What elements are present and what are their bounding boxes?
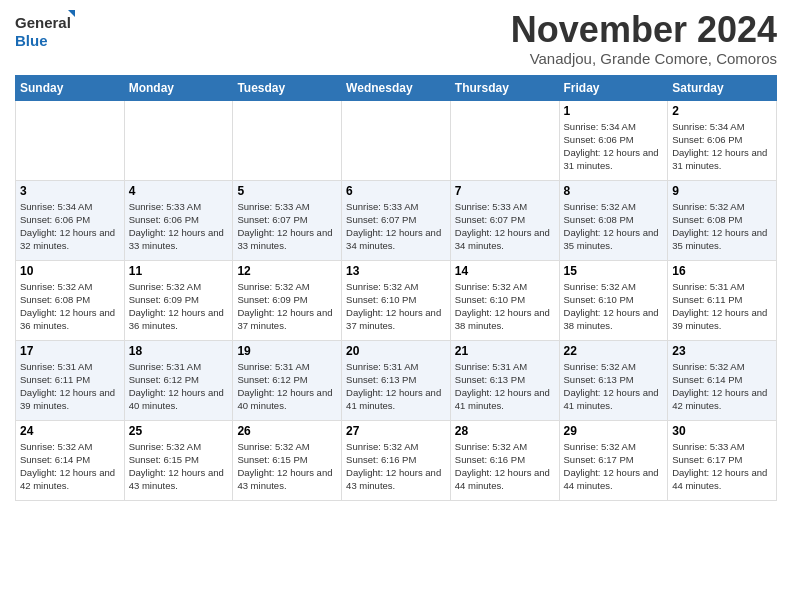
day-number: 9 xyxy=(672,184,772,198)
day-header-wednesday: Wednesday xyxy=(342,75,451,100)
calendar-cell: 14Sunrise: 5:32 AMSunset: 6:10 PMDayligh… xyxy=(450,260,559,340)
svg-text:Blue: Blue xyxy=(15,32,48,49)
day-number: 16 xyxy=(672,264,772,278)
day-header-sunday: Sunday xyxy=(16,75,125,100)
day-number: 14 xyxy=(455,264,555,278)
day-info: Sunrise: 5:32 AMSunset: 6:10 PMDaylight:… xyxy=(455,280,555,333)
calendar-cell xyxy=(233,100,342,180)
month-title: November 2024 xyxy=(511,10,777,50)
day-info: Sunrise: 5:32 AMSunset: 6:08 PMDaylight:… xyxy=(20,280,120,333)
calendar-cell: 8Sunrise: 5:32 AMSunset: 6:08 PMDaylight… xyxy=(559,180,668,260)
day-info: Sunrise: 5:33 AMSunset: 6:17 PMDaylight:… xyxy=(672,440,772,493)
calendar-cell: 18Sunrise: 5:31 AMSunset: 6:12 PMDayligh… xyxy=(124,340,233,420)
day-info: Sunrise: 5:32 AMSunset: 6:09 PMDaylight:… xyxy=(129,280,229,333)
day-number: 22 xyxy=(564,344,664,358)
calendar-cell: 15Sunrise: 5:32 AMSunset: 6:10 PMDayligh… xyxy=(559,260,668,340)
calendar-cell: 17Sunrise: 5:31 AMSunset: 6:11 PMDayligh… xyxy=(16,340,125,420)
day-info: Sunrise: 5:32 AMSunset: 6:10 PMDaylight:… xyxy=(564,280,664,333)
day-number: 13 xyxy=(346,264,446,278)
day-info: Sunrise: 5:32 AMSunset: 6:10 PMDaylight:… xyxy=(346,280,446,333)
calendar-cell xyxy=(342,100,451,180)
calendar-cell: 9Sunrise: 5:32 AMSunset: 6:08 PMDaylight… xyxy=(668,180,777,260)
day-info: Sunrise: 5:33 AMSunset: 6:06 PMDaylight:… xyxy=(129,200,229,253)
day-info: Sunrise: 5:33 AMSunset: 6:07 PMDaylight:… xyxy=(455,200,555,253)
day-number: 4 xyxy=(129,184,229,198)
day-info: Sunrise: 5:31 AMSunset: 6:13 PMDaylight:… xyxy=(346,360,446,413)
calendar-cell: 27Sunrise: 5:32 AMSunset: 6:16 PMDayligh… xyxy=(342,420,451,500)
day-header-friday: Friday xyxy=(559,75,668,100)
day-number: 15 xyxy=(564,264,664,278)
day-header-monday: Monday xyxy=(124,75,233,100)
day-info: Sunrise: 5:32 AMSunset: 6:16 PMDaylight:… xyxy=(346,440,446,493)
calendar-header-row: SundayMondayTuesdayWednesdayThursdayFrid… xyxy=(16,75,777,100)
day-number: 12 xyxy=(237,264,337,278)
day-number: 2 xyxy=(672,104,772,118)
calendar-cell: 1Sunrise: 5:34 AMSunset: 6:06 PMDaylight… xyxy=(559,100,668,180)
calendar-cell xyxy=(124,100,233,180)
day-info: Sunrise: 5:34 AMSunset: 6:06 PMDaylight:… xyxy=(564,120,664,173)
day-info: Sunrise: 5:31 AMSunset: 6:11 PMDaylight:… xyxy=(20,360,120,413)
location-subtitle: Vanadjou, Grande Comore, Comoros xyxy=(511,50,777,67)
calendar-cell: 6Sunrise: 5:33 AMSunset: 6:07 PMDaylight… xyxy=(342,180,451,260)
day-number: 25 xyxy=(129,424,229,438)
day-number: 30 xyxy=(672,424,772,438)
day-header-tuesday: Tuesday xyxy=(233,75,342,100)
day-info: Sunrise: 5:32 AMSunset: 6:15 PMDaylight:… xyxy=(129,440,229,493)
day-info: Sunrise: 5:32 AMSunset: 6:09 PMDaylight:… xyxy=(237,280,337,333)
day-info: Sunrise: 5:32 AMSunset: 6:13 PMDaylight:… xyxy=(564,360,664,413)
day-number: 24 xyxy=(20,424,120,438)
day-info: Sunrise: 5:32 AMSunset: 6:16 PMDaylight:… xyxy=(455,440,555,493)
logo: General Blue xyxy=(15,10,75,54)
calendar-week-row: 24Sunrise: 5:32 AMSunset: 6:14 PMDayligh… xyxy=(16,420,777,500)
calendar-cell xyxy=(450,100,559,180)
day-number: 3 xyxy=(20,184,120,198)
calendar-cell: 7Sunrise: 5:33 AMSunset: 6:07 PMDaylight… xyxy=(450,180,559,260)
calendar-cell: 29Sunrise: 5:32 AMSunset: 6:17 PMDayligh… xyxy=(559,420,668,500)
calendar-week-row: 17Sunrise: 5:31 AMSunset: 6:11 PMDayligh… xyxy=(16,340,777,420)
calendar-cell: 2Sunrise: 5:34 AMSunset: 6:06 PMDaylight… xyxy=(668,100,777,180)
calendar-week-row: 3Sunrise: 5:34 AMSunset: 6:06 PMDaylight… xyxy=(16,180,777,260)
calendar-cell: 23Sunrise: 5:32 AMSunset: 6:14 PMDayligh… xyxy=(668,340,777,420)
calendar-cell: 4Sunrise: 5:33 AMSunset: 6:06 PMDaylight… xyxy=(124,180,233,260)
calendar-cell: 12Sunrise: 5:32 AMSunset: 6:09 PMDayligh… xyxy=(233,260,342,340)
day-info: Sunrise: 5:31 AMSunset: 6:12 PMDaylight:… xyxy=(129,360,229,413)
day-number: 18 xyxy=(129,344,229,358)
day-info: Sunrise: 5:32 AMSunset: 6:08 PMDaylight:… xyxy=(564,200,664,253)
day-info: Sunrise: 5:34 AMSunset: 6:06 PMDaylight:… xyxy=(20,200,120,253)
calendar-cell: 11Sunrise: 5:32 AMSunset: 6:09 PMDayligh… xyxy=(124,260,233,340)
calendar-cell: 24Sunrise: 5:32 AMSunset: 6:14 PMDayligh… xyxy=(16,420,125,500)
calendar-cell: 28Sunrise: 5:32 AMSunset: 6:16 PMDayligh… xyxy=(450,420,559,500)
day-number: 29 xyxy=(564,424,664,438)
title-block: November 2024 Vanadjou, Grande Comore, C… xyxy=(511,10,777,67)
calendar-cell: 26Sunrise: 5:32 AMSunset: 6:15 PMDayligh… xyxy=(233,420,342,500)
day-header-thursday: Thursday xyxy=(450,75,559,100)
day-info: Sunrise: 5:32 AMSunset: 6:14 PMDaylight:… xyxy=(672,360,772,413)
day-info: Sunrise: 5:31 AMSunset: 6:12 PMDaylight:… xyxy=(237,360,337,413)
day-info: Sunrise: 5:32 AMSunset: 6:17 PMDaylight:… xyxy=(564,440,664,493)
logo-svg: General Blue xyxy=(15,10,75,54)
day-number: 26 xyxy=(237,424,337,438)
day-info: Sunrise: 5:34 AMSunset: 6:06 PMDaylight:… xyxy=(672,120,772,173)
day-number: 27 xyxy=(346,424,446,438)
day-number: 1 xyxy=(564,104,664,118)
day-number: 6 xyxy=(346,184,446,198)
calendar-cell: 13Sunrise: 5:32 AMSunset: 6:10 PMDayligh… xyxy=(342,260,451,340)
calendar-cell: 10Sunrise: 5:32 AMSunset: 6:08 PMDayligh… xyxy=(16,260,125,340)
calendar-cell: 21Sunrise: 5:31 AMSunset: 6:13 PMDayligh… xyxy=(450,340,559,420)
calendar-cell: 16Sunrise: 5:31 AMSunset: 6:11 PMDayligh… xyxy=(668,260,777,340)
day-info: Sunrise: 5:33 AMSunset: 6:07 PMDaylight:… xyxy=(237,200,337,253)
calendar-table: SundayMondayTuesdayWednesdayThursdayFrid… xyxy=(15,75,777,501)
day-number: 20 xyxy=(346,344,446,358)
day-info: Sunrise: 5:31 AMSunset: 6:13 PMDaylight:… xyxy=(455,360,555,413)
day-number: 5 xyxy=(237,184,337,198)
page-header: General Blue November 2024 Vanadjou, Gra… xyxy=(15,10,777,67)
calendar-cell: 19Sunrise: 5:31 AMSunset: 6:12 PMDayligh… xyxy=(233,340,342,420)
day-info: Sunrise: 5:32 AMSunset: 6:08 PMDaylight:… xyxy=(672,200,772,253)
day-number: 19 xyxy=(237,344,337,358)
day-number: 17 xyxy=(20,344,120,358)
calendar-cell xyxy=(16,100,125,180)
day-number: 7 xyxy=(455,184,555,198)
day-number: 10 xyxy=(20,264,120,278)
day-number: 21 xyxy=(455,344,555,358)
day-info: Sunrise: 5:32 AMSunset: 6:14 PMDaylight:… xyxy=(20,440,120,493)
